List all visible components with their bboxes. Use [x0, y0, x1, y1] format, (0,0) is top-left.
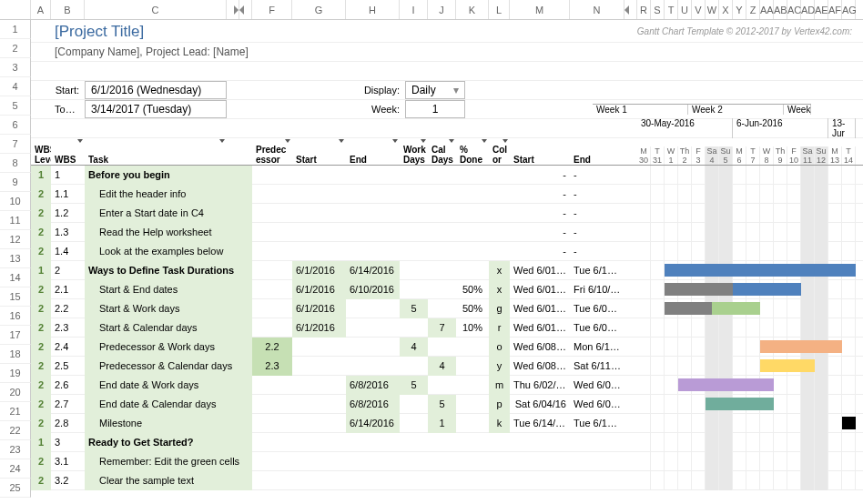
task-row[interactable]: 13Ready to Get Started? [31, 433, 863, 452]
spreadsheet-content: [Project Title]Gantt Chart Template © 20… [31, 20, 863, 490]
task-row[interactable]: 21.3Read the Help worksheet-- [31, 223, 863, 242]
today-date-input[interactable]: 3/14/2017 (Tuesday) [85, 100, 227, 118]
task-row[interactable]: 11Before you begin-- [31, 166, 863, 185]
task-row[interactable]: 12Ways to Define Task Durations6/1/20166… [31, 261, 863, 280]
task-row[interactable]: 21.4Look at the examples below-- [31, 242, 863, 261]
task-row[interactable]: 22.7End date & Calendar days6/8/20165pSa… [31, 395, 863, 414]
row-numbers: 1234567891011121314151617181920212223242… [0, 20, 31, 498]
task-row[interactable]: 22.6End date & Work days6/8/20165mThu 6/… [31, 376, 863, 395]
week-input[interactable]: 1 [405, 100, 465, 118]
task-row[interactable]: 22.1Start & End dates6/1/20166/10/201650… [31, 280, 863, 299]
task-row[interactable]: 22.8Milestone6/14/20161kTue 6/14/16Tue 6… [31, 414, 863, 433]
task-row[interactable]: 22.3Start & Calendar days6/1/2016710%rWe… [31, 318, 863, 338]
task-row[interactable]: 23.2Clear the sample text [31, 471, 863, 490]
task-row[interactable]: 21.2Enter a Start date in C4-- [31, 204, 863, 223]
column-headers: ABCFGHIJKLMNRSTUVWXYZAAABACADAEAFAG [0, 0, 863, 20]
task-row[interactable]: 22.4Predecessor & Work days2.24oWed 6/08… [31, 338, 863, 357]
display-dropdown[interactable]: Daily▾ [405, 81, 465, 99]
task-row[interactable]: 21.1Edit the header info-- [31, 185, 863, 204]
task-row[interactable]: 23.1Remember: Edit the green cells [31, 452, 863, 471]
start-date-input[interactable]: 6/1/2016 (Wednesday) [85, 81, 227, 99]
task-row[interactable]: 22.5Predecessor & Calendar days2.34yWed … [31, 357, 863, 376]
task-row[interactable]: 22.2Start & Work days6/1/2016550%gWed 6/… [31, 299, 863, 318]
